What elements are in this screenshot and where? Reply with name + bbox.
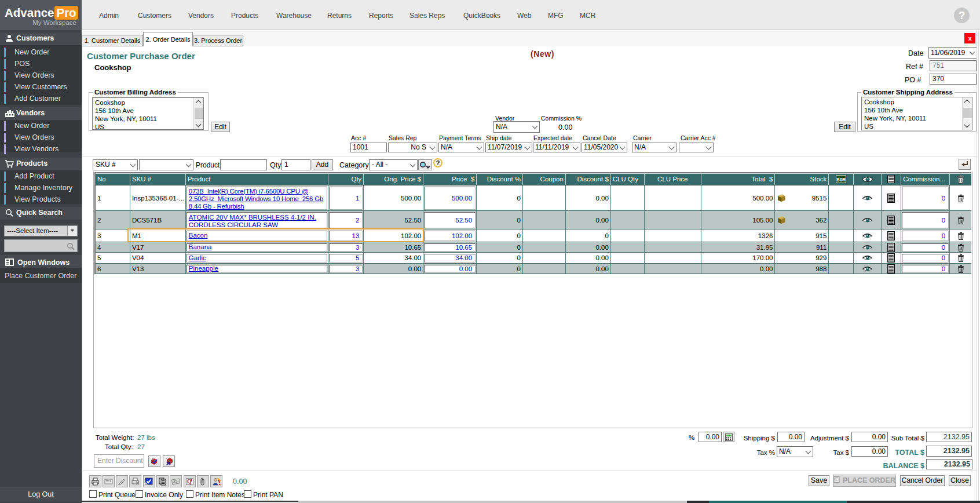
svg-text:BOM: BOM [837, 177, 846, 183]
svg-text:Q: Q [187, 478, 192, 484]
